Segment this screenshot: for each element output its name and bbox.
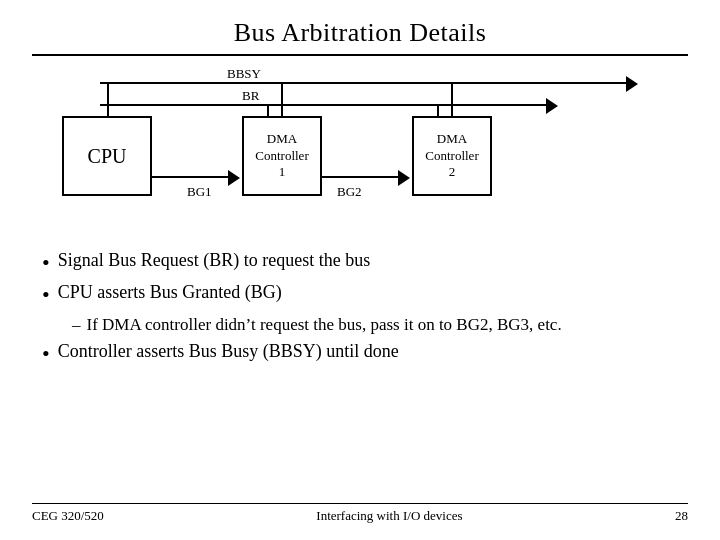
bullet-2-text: CPU asserts Bus Granted (BG): [58, 282, 282, 303]
footer: CEG 320/520 Interfacing with I/O devices…: [32, 503, 688, 524]
dma1-box: DMAController1: [242, 116, 322, 196]
vert-br-dma2-line: [437, 104, 439, 116]
diagram-area: BBSY BR CPU BG1 DMAController1 BG2: [32, 66, 688, 236]
cpu-label: CPU: [88, 145, 127, 168]
bullet-1-text: Signal Bus Request (BR) to request the b…: [58, 250, 370, 271]
dma2-box: DMAController2: [412, 116, 492, 196]
title-divider: [32, 54, 688, 56]
vert-bbsy-dma1-line: [281, 82, 283, 116]
bullet-1: • Signal Bus Request (BR) to request the…: [42, 250, 688, 276]
cpu-box: CPU: [62, 116, 152, 196]
bg1-arrow-line: [152, 176, 232, 178]
vert-br-dma1-line: [267, 104, 269, 116]
bg2-label: BG2: [337, 184, 362, 200]
vert-bbsy-dma2-line: [451, 82, 453, 116]
bullet-3-dot: •: [42, 341, 50, 367]
sub-bullet-text: If DMA controller didn’t request the bus…: [87, 315, 562, 335]
sub-dash: –: [72, 315, 81, 335]
bullet-1-dot: •: [42, 250, 50, 276]
bullet-2: • CPU asserts Bus Granted (BG): [42, 282, 688, 308]
bbsy-arrow-icon: [626, 76, 638, 92]
footer-center: Interfacing with I/O devices: [316, 508, 462, 524]
sub-bullet: – If DMA controller didn’t request the b…: [72, 315, 688, 335]
page-title: Bus Arbitration Details: [32, 18, 688, 48]
bullet-3: • Controller asserts Bus Busy (BBSY) unt…: [42, 341, 688, 367]
bullets-section: • Signal Bus Request (BR) to request the…: [32, 250, 688, 503]
page: Bus Arbitration Details BBSY BR CPU BG1 …: [0, 0, 720, 540]
dma1-label: DMAController1: [255, 131, 308, 182]
dma2-label: DMAController2: [425, 131, 478, 182]
footer-right: 28: [675, 508, 688, 524]
bg1-arrow-icon: [228, 170, 240, 186]
footer-left: CEG 320/520: [32, 508, 104, 524]
bg1-label: BG1: [187, 184, 212, 200]
br-label: BR: [242, 88, 259, 104]
bg2-arrow-icon: [398, 170, 410, 186]
br-line: [100, 104, 550, 106]
vert-cpu-br-line: [107, 82, 109, 116]
bbsy-label: BBSY: [227, 66, 261, 82]
bbsy-line: [100, 82, 630, 84]
br-arrow-icon: [546, 98, 558, 114]
bg2-arrow-line: [322, 176, 402, 178]
bullet-2-dot: •: [42, 282, 50, 308]
bullet-3-text: Controller asserts Bus Busy (BBSY) until…: [58, 341, 399, 362]
